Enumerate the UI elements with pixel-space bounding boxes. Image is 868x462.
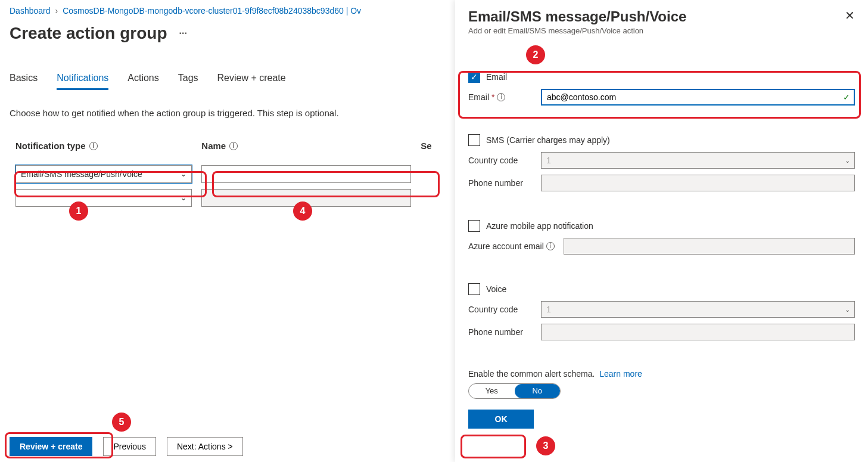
info-icon[interactable]: i	[546, 242, 555, 250]
email-field-label: Email	[468, 92, 489, 102]
email-input[interactable]	[541, 89, 855, 106]
close-icon[interactable]: ✕	[845, 8, 855, 23]
info-icon[interactable]: i	[497, 93, 505, 101]
chevron-down-icon: ⌄	[181, 194, 186, 202]
notification-type-value: Email/SMS message/Push/Voice	[21, 169, 142, 179]
notification-type-select-1[interactable]: Email/SMS message/Push/Voice ⌄	[15, 165, 192, 183]
voice-country-code-select[interactable]	[541, 301, 855, 318]
notification-name-input-2[interactable]	[201, 189, 411, 207]
chevron-down-icon: ⌄	[845, 157, 850, 165]
next-button[interactable]: Next: Actions >	[167, 437, 243, 456]
col-header-type: Notification type	[15, 141, 86, 151]
panel-subtitle: Add or edit Email/SMS message/Push/Voice…	[468, 26, 686, 35]
ok-button[interactable]: OK	[468, 410, 534, 429]
voice-country-code-label: Country code	[468, 305, 518, 314]
panel-title: Email/SMS message/Push/Voice	[468, 8, 686, 25]
toggle-no[interactable]: No	[515, 384, 561, 398]
breadcrumb-item-resource[interactable]: CosmosDB-MongoDB-mongodb-vcore-cluster01…	[63, 6, 361, 15]
sms-phone-input[interactable]	[541, 175, 855, 191]
sms-checkbox[interactable]	[468, 134, 480, 146]
breadcrumb-item-dashboard[interactable]: Dashboard	[10, 6, 51, 15]
info-icon[interactable]: i	[89, 142, 98, 150]
azure-email-input[interactable]	[564, 238, 855, 255]
col-header-name: Name	[201, 141, 226, 151]
sms-phone-label: Phone number	[468, 178, 523, 188]
breadcrumb: Dashboard › CosmosDB-MongoDB-mongodb-vco…	[10, 6, 437, 15]
required-icon: *	[491, 92, 494, 102]
tab-notifications[interactable]: Notifications	[57, 73, 108, 90]
email-checkbox-label: Email	[486, 72, 507, 82]
sms-checkbox-label: SMS (Carrier charges may apply)	[486, 135, 610, 145]
azure-app-checkbox-label: Azure mobile app notification	[486, 221, 593, 231]
info-icon[interactable]: i	[229, 142, 238, 150]
notification-type-select-2[interactable]: ⌄	[15, 189, 192, 207]
email-checkbox[interactable]: ✓	[468, 71, 480, 83]
voice-phone-input[interactable]	[541, 324, 855, 340]
voice-phone-label: Phone number	[468, 327, 523, 337]
page-title: Create action group	[10, 24, 167, 43]
side-panel: Email/SMS message/Push/Voice Add or edit…	[455, 0, 868, 462]
col-header-selected: Se	[421, 141, 431, 151]
sms-country-code-select[interactable]	[541, 152, 855, 169]
learn-more-link[interactable]: Learn more	[599, 369, 642, 379]
schema-text: Enable the common alert schema.	[468, 369, 595, 379]
voice-checkbox[interactable]	[468, 283, 480, 295]
notification-name-input-1[interactable]	[201, 165, 411, 183]
sms-country-code-label: Country code	[468, 156, 518, 165]
review-create-button[interactable]: Review + create	[10, 437, 92, 456]
azure-app-checkbox[interactable]	[468, 220, 480, 232]
previous-button[interactable]: Previous	[103, 437, 155, 456]
checkmark-icon: ✓	[843, 92, 850, 102]
toggle-yes[interactable]: Yes	[469, 384, 515, 398]
tab-actions[interactable]: Actions	[127, 73, 158, 90]
chevron-right-icon: ›	[55, 6, 58, 15]
tab-basics[interactable]: Basics	[10, 73, 38, 90]
chevron-down-icon: ⌄	[845, 306, 850, 314]
voice-checkbox-label: Voice	[486, 284, 506, 294]
tab-review[interactable]: Review + create	[217, 73, 286, 90]
tabs: Basics Notifications Actions Tags Review…	[10, 73, 437, 90]
schema-toggle[interactable]: Yes No	[468, 383, 561, 399]
azure-email-label: Azure account email	[468, 241, 544, 251]
more-icon[interactable]: ···	[179, 28, 186, 39]
chevron-down-icon: ⌄	[181, 170, 186, 178]
tab-tags[interactable]: Tags	[178, 73, 198, 90]
tab-description: Choose how to get notified when the acti…	[10, 108, 437, 118]
